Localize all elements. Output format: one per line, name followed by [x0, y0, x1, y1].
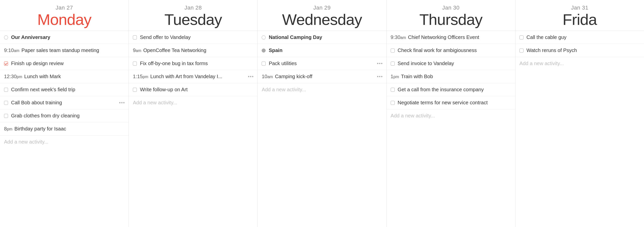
- activity-item-tue-1[interactable]: Send offer to Vandelay: [129, 31, 257, 44]
- checkbox-wed-3[interactable]: [262, 62, 266, 66]
- activity-item-mon-4[interactable]: 12:30pmLunch with Mark: [0, 70, 129, 83]
- activity-label-thu-2: Check final work for ambigiousness: [398, 48, 511, 53]
- day-header-monday: Jan 27Monday: [0, 0, 129, 31]
- dot-icon: [379, 63, 380, 64]
- checkbox-mon-7[interactable]: [4, 114, 8, 118]
- day-column-thursday: Jan 30Thursday9:30amChief Networking Off…: [387, 0, 515, 227]
- checkbox-fri-2[interactable]: [519, 49, 524, 53]
- checkbox-mon-6[interactable]: [4, 101, 8, 105]
- activity-time-mon-8: 8pm: [4, 126, 12, 132]
- dot-icon: [381, 63, 382, 64]
- circle-indicator-wed-1: [262, 35, 266, 39]
- day-header-thursday: Jan 30Thursday: [387, 0, 515, 31]
- activity-time-tue-4: 1:15pm: [133, 74, 148, 79]
- day-column-wednesday: Jan 29WednesdayNational Camping DaySpain…: [258, 0, 386, 227]
- day-body-tuesday: Send offer to Vandelay9amOpenCoffee Tea …: [129, 31, 257, 109]
- checkbox-mon-3[interactable]: [4, 62, 8, 66]
- activity-item-wed-2[interactable]: Spain: [258, 44, 386, 57]
- activity-time-thu-4: 1pm: [391, 74, 399, 79]
- activity-time-mon-4: 12:30pm: [4, 74, 22, 79]
- activity-item-mon-2[interactable]: 9:10amPaper sales team standup meeting: [0, 44, 129, 57]
- activity-item-wed-3[interactable]: Pack utilities: [258, 57, 386, 70]
- activity-label-mon-8: Birthday party for Isaac: [14, 126, 125, 132]
- activity-item-fri-2[interactable]: Watch reruns of Psych: [515, 44, 644, 57]
- dots-menu-wed-3[interactable]: [377, 63, 382, 64]
- activity-item-tue-2[interactable]: 9amOpenCoffee Tea Networking: [129, 44, 257, 57]
- activity-time-thu-1: 9:30am: [391, 34, 406, 40]
- activity-label-tue-4: Lunch with Art from Vandelay I...: [150, 74, 246, 79]
- dot-icon: [119, 102, 120, 103]
- checkbox-tue-1[interactable]: [133, 35, 137, 39]
- activity-label-fri-2: Watch reruns of Psych: [527, 48, 640, 53]
- dot-icon: [377, 63, 378, 64]
- activity-label-mon-3: Finish up design review: [11, 61, 125, 66]
- activity-label-tue-5: Write follow-up on Art: [140, 87, 253, 93]
- dot-icon: [379, 76, 380, 77]
- activity-item-tue-3[interactable]: Fix off-by-one bug in tax forms: [129, 57, 257, 70]
- activity-time-wed-4: 10am: [262, 74, 273, 79]
- add-activity-wednesday[interactable]: Add a new activity...: [258, 83, 386, 96]
- activity-item-tue-4[interactable]: 1:15pmLunch with Art from Vandelay I...: [129, 70, 257, 83]
- day-header-friday: Jan 31Frida: [515, 0, 644, 31]
- activity-item-thu-6[interactable]: Negotiate terms for new service contract: [387, 96, 515, 109]
- activity-time-mon-2: 9:10am: [4, 48, 19, 53]
- activity-label-wed-4: Camping kick-off: [275, 74, 375, 79]
- dots-menu-wed-4[interactable]: [377, 76, 382, 77]
- activity-label-mon-6: Call Bob about training: [11, 100, 117, 106]
- activity-time-tue-2: 9am: [133, 48, 141, 53]
- day-column-friday: Jan 31FridaCall the cable guyWatch rerun…: [515, 0, 644, 227]
- dot-icon: [250, 76, 251, 77]
- day-body-friday: Call the cable guyWatch reruns of PsychA…: [515, 31, 644, 70]
- calendar-container: Jan 27MondayOur Anniversary9:10amPaper s…: [0, 0, 644, 227]
- activity-label-thu-6: Negotiate terms for new service contract: [398, 100, 511, 106]
- dot-icon: [123, 102, 125, 103]
- day-body-thursday: 9:30amChief Networking Officers EventChe…: [387, 31, 515, 122]
- activity-label-fri-1: Call the cable guy: [527, 34, 640, 40]
- activity-label-thu-4: Train with Bob: [401, 74, 511, 79]
- activity-item-mon-7[interactable]: Grab clothes from dry cleaning: [0, 109, 129, 122]
- day-name-monday: Monday: [0, 11, 129, 28]
- activity-item-thu-5[interactable]: Get a call from the insurance company: [387, 83, 515, 96]
- dot-icon: [252, 76, 253, 77]
- activity-item-tue-5[interactable]: Write follow-up on Art: [129, 83, 257, 96]
- checkbox-thu-5[interactable]: [391, 88, 395, 92]
- dots-menu-mon-6[interactable]: [119, 102, 125, 103]
- checkbox-mon-5[interactable]: [4, 88, 8, 92]
- activity-item-mon-1[interactable]: Our Anniversary: [0, 31, 129, 44]
- activity-label-mon-5: Confirm next week's field trip: [11, 87, 125, 93]
- activity-item-thu-4[interactable]: 1pmTrain with Bob: [387, 70, 515, 83]
- checkbox-tue-5[interactable]: [133, 88, 137, 92]
- activity-item-mon-3[interactable]: Finish up design review: [0, 57, 129, 70]
- activity-item-mon-6[interactable]: Call Bob about training: [0, 96, 129, 109]
- activity-item-mon-8[interactable]: 8pmBirthday party for Isaac: [0, 122, 129, 135]
- checkbox-tue-3[interactable]: [133, 62, 137, 66]
- activity-item-thu-2[interactable]: Check final work for ambigiousness: [387, 44, 515, 57]
- activity-label-tue-3: Fix off-by-one bug in tax forms: [140, 61, 253, 66]
- dot-icon: [381, 76, 382, 77]
- activity-label-mon-1: Our Anniversary: [11, 34, 125, 40]
- dots-menu-tue-4[interactable]: [248, 76, 253, 77]
- activity-item-mon-5[interactable]: Confirm next week's field trip: [0, 83, 129, 96]
- dot-icon: [377, 76, 378, 77]
- day-body-monday: Our Anniversary9:10amPaper sales team st…: [0, 31, 129, 148]
- add-activity-friday[interactable]: Add a new activity...: [515, 57, 644, 70]
- checkbox-fri-1[interactable]: [519, 35, 524, 39]
- checkbox-thu-2[interactable]: [391, 49, 395, 53]
- activity-item-wed-4[interactable]: 10amCamping kick-off: [258, 70, 386, 83]
- day-name-wednesday: Wednesday: [258, 11, 386, 28]
- circle-indicator-wed-2: [262, 49, 266, 53]
- add-activity-tuesday[interactable]: Add a new activity...: [129, 96, 257, 109]
- activity-label-tue-2: OpenCoffee Tea Networking: [143, 48, 254, 53]
- date-label-monday: Jan 27: [0, 5, 129, 11]
- activity-label-wed-3: Pack utilities: [269, 61, 375, 66]
- activity-label-wed-1: National Camping Day: [269, 34, 382, 40]
- day-name-tuesday: Tuesday: [129, 11, 257, 28]
- checkbox-thu-6[interactable]: [391, 101, 395, 105]
- checkbox-thu-3[interactable]: [391, 62, 395, 66]
- activity-item-thu-3[interactable]: Send invoice to Vandelay: [387, 57, 515, 70]
- activity-item-wed-1[interactable]: National Camping Day: [258, 31, 386, 44]
- add-activity-thursday[interactable]: Add a new activity...: [387, 109, 515, 122]
- activity-item-fri-1[interactable]: Call the cable guy: [515, 31, 644, 44]
- activity-item-thu-1[interactable]: 9:30amChief Networking Officers Event: [387, 31, 515, 44]
- add-activity-monday[interactable]: Add a new activity...: [0, 135, 129, 148]
